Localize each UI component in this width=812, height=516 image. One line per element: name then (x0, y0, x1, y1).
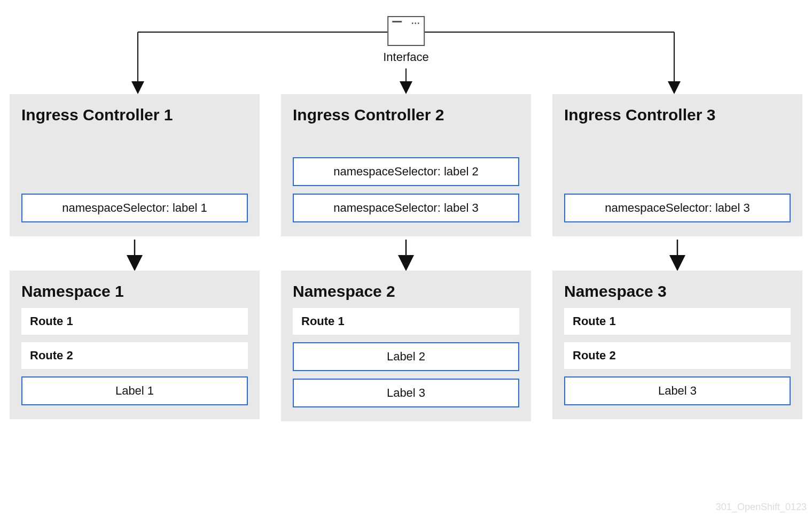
footer-stamp: 301_OpenShift_0123 (716, 502, 807, 513)
ingress-controller-2: Ingress Controller 2 namespaceSelector: … (281, 94, 531, 236)
column-3: Ingress Controller 3 namespaceSelector: … (552, 94, 802, 421)
panel-title: Ingress Controller 1 (21, 106, 248, 124)
controller-body: namespaceSelector: label 3 (564, 132, 791, 222)
diagram-canvas: ••• Interface Ingress Controller 1 names… (0, 0, 812, 516)
route-box: Route 1 (21, 308, 248, 335)
route-box: Route 2 (564, 342, 791, 369)
controller-body: namespaceSelector: label 1 (21, 132, 248, 222)
panel-title: Namespace 3 (564, 282, 791, 301)
namespace-selector: namespaceSelector: label 2 (293, 157, 519, 186)
label-box: Label 1 (21, 376, 248, 405)
columns: Ingress Controller 1 namespaceSelector: … (10, 94, 802, 421)
window-icon: ••• (387, 16, 425, 46)
route-box: Route 2 (21, 342, 248, 369)
namespace-1: Namespace 1 Route 1 Route 2 Label 1 (10, 271, 260, 419)
namespace-selector: namespaceSelector: label 1 (21, 194, 248, 222)
ingress-controller-1: Ingress Controller 1 namespaceSelector: … (10, 94, 260, 236)
arrow-down (552, 236, 802, 271)
panel-title: Ingress Controller 3 (564, 106, 791, 124)
column-2: Ingress Controller 2 namespaceSelector: … (281, 94, 531, 421)
controller-body: namespaceSelector: label 2 namespaceSele… (293, 132, 519, 222)
label-box: Label 3 (293, 379, 519, 407)
interface-node: ••• Interface (383, 16, 429, 64)
panel-title: Namespace 2 (293, 282, 519, 301)
namespace-body: Route 1 Label 2 Label 3 (293, 308, 519, 407)
column-1: Ingress Controller 1 namespaceSelector: … (10, 94, 260, 421)
panel-title: Namespace 1 (21, 282, 248, 301)
namespace-body: Route 1 Route 2 Label 1 (21, 308, 248, 405)
ingress-controller-3: Ingress Controller 3 namespaceSelector: … (552, 94, 802, 236)
label-box: Label 2 (293, 342, 519, 371)
route-box: Route 1 (293, 308, 519, 335)
namespace-selector: namespaceSelector: label 3 (293, 194, 519, 222)
namespace-2: Namespace 2 Route 1 Label 2 Label 3 (281, 271, 531, 421)
namespace-3: Namespace 3 Route 1 Route 2 Label 3 (552, 271, 802, 419)
namespace-selector: namespaceSelector: label 3 (564, 194, 791, 222)
arrow-down (281, 236, 531, 271)
arrow-down (10, 236, 260, 271)
namespace-body: Route 1 Route 2 Label 3 (564, 308, 791, 405)
route-box: Route 1 (564, 308, 791, 335)
panel-title: Ingress Controller 2 (293, 106, 519, 124)
interface-label: Interface (383, 50, 429, 64)
label-box: Label 3 (564, 376, 791, 405)
